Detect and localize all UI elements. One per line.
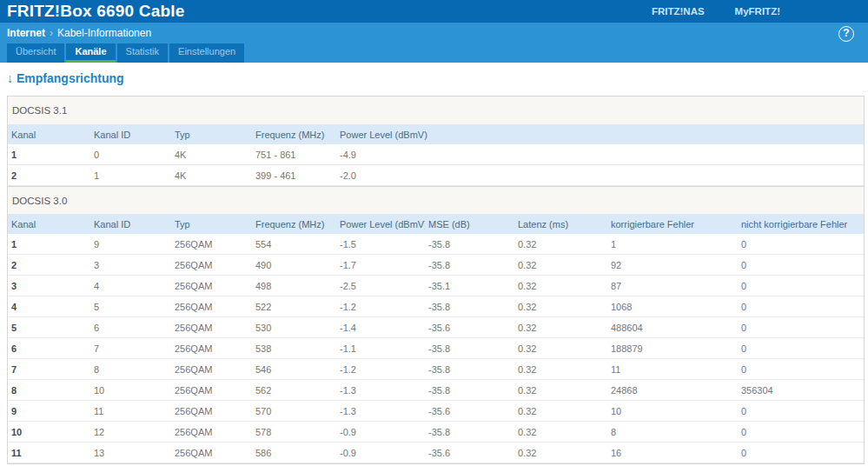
top-nav: FRITZ!NAS MyFRITZ! (652, 0, 780, 23)
table-row: 19256QAM554-1.5-35.80.3210 (8, 234, 864, 255)
tab-einstellungen[interactable]: Einstellungen (169, 43, 244, 63)
cell: 0 (90, 144, 171, 164)
cell: 2 (8, 165, 90, 185)
column-header: nicht korrigierbare Fehler (738, 214, 864, 234)
cell: 11 (8, 443, 90, 463)
cell: 9 (8, 401, 90, 421)
cell: 256QAM (171, 255, 252, 275)
docsis30-header-row: KanalKanal IDTypFrequenz (MHz)Power Leve… (8, 214, 864, 234)
cell: 0 (738, 296, 864, 316)
cell: -35.8 (425, 338, 514, 358)
cell: 1 (8, 234, 90, 254)
cell: 4 (90, 276, 171, 296)
docsis30-table: DOCSIS 3.0 KanalKanal IDTypFrequenz (MHz… (8, 186, 864, 463)
column-header: Kanal (8, 214, 90, 234)
cell: 0.32 (514, 317, 607, 337)
cell: 256QAM (171, 276, 252, 296)
cell: 1 (607, 234, 738, 254)
cell: 554 (252, 234, 336, 254)
cell: 751 - 861 (252, 144, 336, 164)
column-header: korrigierbare Fehler (607, 214, 738, 234)
sub-header-bar: Internet › Kabel-Informationen ? Übersic… (0, 23, 868, 63)
docsis30-body: 19256QAM554-1.5-35.80.321023256QAM490-1.… (8, 234, 864, 463)
cell: 11 (607, 359, 738, 379)
table-row: 45256QAM522-1.2-35.80.3210680 (8, 296, 864, 317)
column-header: Kanal (8, 124, 90, 144)
cell: 399 - 461 (252, 165, 336, 185)
cell: 13 (90, 443, 171, 463)
cell: 256QAM (171, 234, 252, 254)
cell: 256QAM (171, 401, 252, 421)
docsis31-title: DOCSIS 3.1 (8, 97, 864, 124)
cell: 0 (738, 276, 864, 296)
docsis30-title: DOCSIS 3.0 (8, 186, 864, 214)
cell: 0 (738, 338, 864, 358)
cell: -35.8 (425, 255, 514, 275)
cell: 8 (607, 422, 738, 442)
cell: 356304 (738, 380, 864, 400)
help-icon[interactable]: ? (838, 26, 854, 42)
column-header: Kanal ID (90, 214, 171, 234)
tab-uebersicht[interactable]: Übersicht (7, 43, 64, 63)
cell: 10 (8, 422, 90, 442)
cell: 256QAM (171, 380, 252, 400)
column-header: Frequenz (MHz) (252, 124, 336, 144)
cell: 488604 (607, 317, 738, 337)
cell: 0.32 (514, 380, 607, 400)
cell: 1068 (607, 296, 738, 316)
column-header: Power Level (dBmV) (336, 214, 425, 234)
cell: -1.3 (336, 380, 425, 400)
tab-kanaele[interactable]: Kanäle (66, 43, 115, 63)
cell: -2.5 (336, 276, 425, 296)
myfritz-link[interactable]: MyFRITZ! (735, 6, 780, 17)
channel-tables-container: DOCSIS 3.1 KanalKanal IDTypFrequenz (MHz… (7, 96, 865, 464)
cell: 16 (607, 443, 738, 463)
cell: -1.1 (336, 338, 425, 358)
cell: 578 (252, 422, 336, 442)
cell: 256QAM (171, 338, 252, 358)
cell: 9 (90, 234, 171, 254)
breadcrumb-separator-icon: › (50, 27, 53, 39)
cell: 538 (252, 338, 336, 358)
top-header-bar: FRITZ!Box 6690 Cable FRITZ!NAS MyFRITZ! (0, 0, 868, 23)
table-row: 1113256QAM586-0.9-35.60.32160 (8, 443, 864, 463)
cell: 92 (607, 255, 738, 275)
cell: 498 (252, 276, 336, 296)
cell: 2 (8, 255, 90, 275)
cell: -35.8 (425, 234, 514, 254)
cell: 4K (171, 144, 252, 164)
breadcrumb-page: Kabel-Informationen (57, 27, 151, 39)
column-header: Typ (171, 214, 252, 234)
cell: 4 (8, 296, 90, 316)
cell: -35.8 (425, 380, 514, 400)
cell: 0 (738, 359, 864, 379)
table-row: 911256QAM570-1.3-35.60.32100 (8, 401, 864, 422)
cell: 1 (8, 144, 90, 164)
cell: -1.3 (336, 401, 425, 421)
cell: 0.32 (514, 401, 607, 421)
cell: -1.7 (336, 255, 425, 275)
cell: 0 (738, 255, 864, 275)
cell: -1.4 (336, 317, 425, 337)
breadcrumb-section[interactable]: Internet (7, 27, 45, 39)
cell: 6 (8, 338, 90, 358)
table-row: 214K399 - 461-2.0 (8, 165, 864, 186)
cell: 4K (171, 165, 252, 185)
cell: -35.6 (425, 401, 514, 421)
column-header: Kanal ID (90, 124, 171, 144)
docsis31-table: DOCSIS 3.1 KanalKanal IDTypFrequenz (MHz… (8, 97, 864, 186)
tab-statistik[interactable]: Statistik (117, 43, 169, 63)
cell: -4.9 (336, 144, 864, 164)
column-header: MSE (dB) (425, 214, 514, 234)
fritznas-link[interactable]: FRITZ!NAS (652, 6, 705, 17)
cell: 570 (252, 401, 336, 421)
cell: -1.2 (336, 296, 425, 316)
app-title: FRITZ!Box 6690 Cable (0, 2, 185, 21)
tab-bar: Übersicht Kanäle Statistik Einstellungen (7, 43, 244, 63)
table-row: 56256QAM530-1.4-35.60.324886040 (8, 317, 864, 338)
cell: 0.32 (514, 234, 607, 254)
cell: 0 (738, 401, 864, 421)
cell: 256QAM (171, 296, 252, 316)
cell: -35.8 (425, 422, 514, 442)
column-header: Frequenz (MHz) (252, 214, 336, 234)
